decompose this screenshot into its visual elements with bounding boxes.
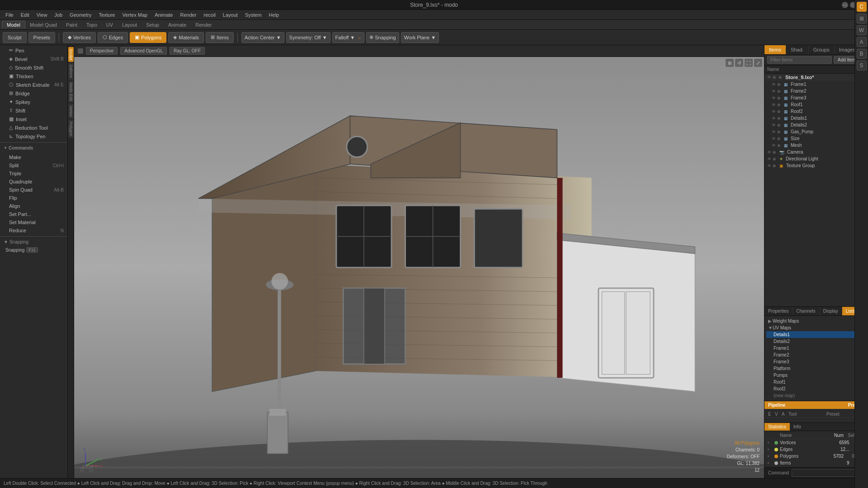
list-item-gas-pump[interactable]: 👁 ⊕ ▦ Gas_Pump <box>764 128 868 135</box>
list-uv-pumps[interactable]: Pumps UV <box>766 372 866 379</box>
items-button[interactable]: ⊞ Items <box>206 32 234 43</box>
cmd-spin-quad[interactable]: Spin QuadAlt-B <box>0 186 67 194</box>
tab-animate[interactable]: Animate <box>164 21 191 28</box>
tool-smooth-shift[interactable]: ◇ Smooth Shift <box>0 63 67 72</box>
statistics-tab[interactable]: Statistics <box>764 423 790 431</box>
uv-maps-group[interactable]: ▼ UV Maps <box>766 324 866 331</box>
list-uv-frame1[interactable]: Frame1 UV <box>766 345 866 352</box>
viewport-icon-2[interactable]: ↺ <box>735 59 743 67</box>
strip-modo-edit[interactable]: Modo Edit <box>68 81 74 103</box>
minimize-button[interactable]: — <box>842 2 848 8</box>
list-item-texture-group[interactable]: 👁 ⊕ ▣ Texture Group <box>764 162 868 169</box>
menu-help[interactable]: Help <box>265 11 283 19</box>
tool-spikey[interactable]: ✦ Spikey <box>0 98 67 106</box>
list-item-directional-light[interactable]: 👁 ⊕ ☀ Directional Light <box>764 155 868 162</box>
list-uv-details1[interactable]: Details1 UV <box>766 331 866 338</box>
presets-button[interactable]: Presets <box>28 32 55 43</box>
list-item-mesh[interactable]: 👁 ⊕ ▦ Mesh <box>764 142 868 149</box>
viewport[interactable]: ⊞ ↺ ⛶ ⤢ All Polygons Channels: 0 Deforme… <box>74 57 764 478</box>
tool-bridge[interactable]: ⊞ Bridge <box>0 89 67 98</box>
stats-row-edges[interactable]: + Edges 12... ... <box>764 446 868 453</box>
renderer-button[interactable]: Advanced OpenGL <box>120 47 167 55</box>
tab-topo[interactable]: Topo <box>82 21 102 28</box>
menu-recoil[interactable]: recoil <box>200 11 219 19</box>
menu-file[interactable]: File <box>2 11 17 19</box>
list-uv-roof2[interactable]: Roof2 UV <box>766 385 866 392</box>
side-icon-5[interactable]: B <box>857 49 867 59</box>
list-item-frame3[interactable]: 👁 ⊕ ▦ Frame3 <box>764 94 868 101</box>
prop-tab-channels[interactable]: Channels <box>793 307 820 315</box>
cmd-flip[interactable]: Flip <box>0 194 67 202</box>
stats-row-vertices[interactable]: + Vertices 6595 ... <box>764 439 868 446</box>
strip-deform[interactable]: Deform <box>68 63 74 80</box>
info-tab[interactable]: Info <box>790 423 805 431</box>
stats-row-items[interactable]: + Items 9 ... <box>764 460 868 466</box>
pipeline-header[interactable]: Pipeline Presets <box>764 401 868 409</box>
tab-items[interactable]: Items <box>764 45 786 54</box>
edges-button[interactable]: ⬡ Edges <box>98 32 128 43</box>
snapping-button[interactable]: ⊕ Snapping <box>366 32 399 43</box>
list-uv-platform[interactable]: Platform UV <box>766 365 866 372</box>
vertices-button[interactable]: ◆ Vertices <box>63 32 96 43</box>
list-uv-details2[interactable]: Details2 UV <box>766 338 866 345</box>
cmd-set-material[interactable]: Set Material <box>0 218 67 226</box>
menu-texture[interactable]: Texture <box>95 11 118 19</box>
side-icon-1[interactable]: C <box>857 2 867 12</box>
list-item-roof1[interactable]: 👁 ⊕ ▦ Roof1 <box>764 101 868 108</box>
tool-pen[interactable]: ✏ Pen <box>0 46 67 55</box>
list-item-root[interactable]: 👁 ⊕ ⊕ Store_9.lxo* <box>764 74 868 81</box>
strip-polygon[interactable]: Polygon <box>68 120 74 138</box>
tab-setup[interactable]: Setup <box>142 21 164 28</box>
list-item-frame1[interactable]: 👁 ⊕ ▦ Frame1 <box>764 81 868 88</box>
tab-model-quad[interactable]: Model Quad <box>25 21 61 28</box>
polygons-button[interactable]: ▣ Polygons <box>130 32 166 43</box>
viewport-icon-3[interactable]: ⛶ <box>745 59 753 67</box>
viewport-icon-4[interactable]: ⤢ <box>754 59 762 67</box>
command-input[interactable] <box>792 469 864 477</box>
list-uv-roof1[interactable]: Roof1 UV <box>766 379 866 385</box>
list-uv-frame3[interactable]: Frame3 UV <box>766 358 866 365</box>
list-item-details2[interactable]: 👁 ⊕ ▦ Details2 <box>764 122 868 128</box>
work-plane-dropdown[interactable]: Work Plane ▼ <box>401 32 439 43</box>
falloff-dropdown[interactable]: Falloff ▼ ⬦ <box>332 32 365 43</box>
prop-tab-properties[interactable]: Properties <box>764 307 793 315</box>
menu-animate[interactable]: Animate <box>151 11 176 19</box>
list-item-roof2[interactable]: 👁 ⊕ ▦ Roof2 <box>764 108 868 115</box>
filter-items-input[interactable] <box>767 56 832 64</box>
menu-edit[interactable]: Edit <box>17 11 33 19</box>
tab-uv[interactable]: UV <box>102 21 118 28</box>
cmd-split[interactable]: SplitCtrl+I <box>0 161 67 169</box>
list-item-camera[interactable]: 👁 ⊕ 📷 Camera <box>764 149 868 155</box>
commands-section-title[interactable]: Commands <box>0 144 67 152</box>
list-item-size[interactable]: 👁 ⊕ ▦ Size <box>764 135 868 142</box>
side-icon-4[interactable]: A <box>857 37 867 47</box>
menu-view[interactable]: View <box>33 11 51 19</box>
cmd-quadruple[interactable]: Quadruple <box>0 178 67 186</box>
sculpt-button[interactable]: Sculpt <box>3 32 27 43</box>
stats-row-polygons[interactable]: + Polygons 5702 0 <box>764 453 868 460</box>
snapping-title[interactable]: ▼ Snapping <box>4 239 64 244</box>
tool-sketch-extrude[interactable]: ⬡ Sketch Extrude Alt E <box>0 80 67 89</box>
menu-system[interactable]: System <box>241 11 265 19</box>
tab-render[interactable]: Render <box>191 21 216 28</box>
tool-inset[interactable]: ▦ Inset <box>0 115 67 123</box>
strip-vertex[interactable]: Vertex <box>68 103 74 119</box>
side-icon-2[interactable]: ⊞ <box>857 14 867 23</box>
cmd-align[interactable]: Align <box>0 202 67 210</box>
list-uv-frame2[interactable]: Frame2 UV <box>766 352 866 358</box>
menu-render[interactable]: Render <box>176 11 200 19</box>
cmd-make[interactable]: Make <box>0 153 67 161</box>
list-item-frame2[interactable]: 👁 ⊕ ▦ Frame2 <box>764 88 868 94</box>
cmd-reduce[interactable]: ReduceN <box>0 226 67 235</box>
side-icon-6[interactable]: S <box>857 61 867 70</box>
viewport-icon-1[interactable]: ⊞ <box>726 59 734 67</box>
menu-job[interactable]: Job <box>51 11 66 19</box>
menu-geometry[interactable]: Geometry <box>66 11 95 19</box>
ray-gl-button[interactable]: Ray GL: OFF <box>170 47 204 55</box>
tab-groups[interactable]: Groups <box>809 45 835 54</box>
menu-vertexmap[interactable]: Vertex Map <box>118 11 151 19</box>
side-icon-3[interactable]: W <box>857 25 867 35</box>
list-item-details1[interactable]: 👁 ⊕ ▦ Details1 <box>764 115 868 122</box>
list-uv-new[interactable]: (new map) <box>766 392 866 399</box>
strip-sculpt[interactable]: Sculpt <box>68 47 74 62</box>
